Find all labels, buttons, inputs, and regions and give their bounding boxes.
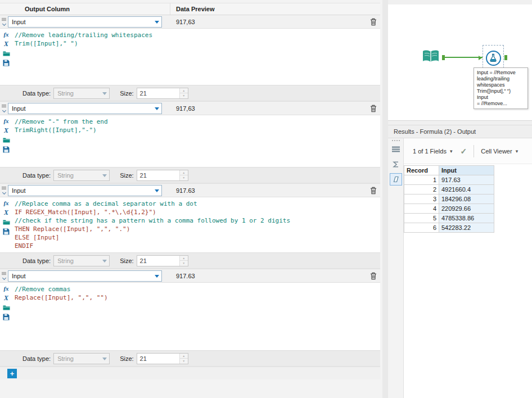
size-spinner[interactable]: ▲▼ [179,354,188,364]
output-column-dropdown[interactable]: Input [8,270,162,282]
apply-check-icon[interactable]: ✓ [460,147,467,156]
collapse-chevron-icon[interactable] [2,22,6,26]
expression-editor[interactable]: //Replace comma as a decimal separator w… [11,197,380,252]
delete-expression-button[interactable] [367,18,380,26]
input-cell[interactable]: 4921660.4 [439,185,494,195]
spinner-up-icon[interactable]: ▲ [180,256,188,261]
columns-icon[interactable]: X [2,294,10,302]
save-expression-icon[interactable] [2,59,10,67]
data-preview-header-label: Data Preview [170,6,380,12]
data-type-label: Data type: [22,90,51,97]
functions-icon[interactable]: fx [2,117,10,125]
size-input[interactable]: 21▲▼ [137,353,188,364]
panel-splitter[interactable] [382,0,388,398]
size-input[interactable]: 21▲▼ [137,88,188,99]
table-row: 1917.63 [404,175,494,185]
table-row: 24921660.4 [404,185,494,195]
spinner-up-icon[interactable]: ▲ [180,88,188,93]
output-anchor-icon[interactable] [504,55,507,60]
record-cell[interactable]: 1 [404,175,439,185]
collapse-chevron-icon[interactable] [2,191,6,195]
saved-expressions-icon[interactable] [2,218,10,226]
output-column-dropdown[interactable]: Input [8,103,162,114]
collapse-chevron-icon[interactable] [2,276,6,280]
results-panel: 1 of 1 Fields ▾ ✓ Cell Viewer ▾ RecordIn… [388,138,532,398]
data-type-label: Data type: [22,355,51,362]
expression-editor[interactable]: //Remove commasReplace([Input], ",", "") [11,283,380,350]
output-anchor-icon[interactable] [442,55,445,60]
save-expression-icon[interactable] [2,228,10,236]
columns-icon[interactable]: X [2,126,10,134]
spinner-down-icon[interactable]: ▼ [180,260,188,266]
text-input-tool[interactable] [422,49,441,65]
add-expression-button[interactable]: + [7,369,17,378]
block-left-strip [0,102,8,115]
tooltip-line: Input = //Remove [477,70,525,76]
expression-editor[interactable]: //Remove leading/trailing whitespacesTri… [11,29,380,85]
formula-expression-block: Input917.63fxX//Replace comma as a decim… [0,184,380,269]
data-type-dropdown[interactable]: String [53,88,110,99]
save-expression-icon[interactable] [2,146,10,153]
delete-expression-button[interactable] [367,105,380,112]
input-cell[interactable]: 220929.66 [439,204,494,214]
formula-expression-block: Input917.63fxX//Remove commasReplace([In… [0,269,380,367]
table-view-icon[interactable] [390,144,402,155]
expression-header-row: Input917.63 [0,269,380,283]
size-spinner[interactable]: ▲▼ [179,256,188,266]
cell-viewer-dropdown[interactable]: Cell Viewer ▾ [481,148,518,155]
columns-icon[interactable]: X [2,209,10,216]
input-cell[interactable]: 4785338.86 [439,214,494,223]
functions-icon[interactable]: fx [2,30,10,38]
saved-expressions-icon[interactable] [2,136,10,144]
drag-grip-icon[interactable] [2,105,6,107]
results-icon-strip [388,138,404,398]
expression-icon-strip: fxX [0,283,11,350]
output-column-dropdown[interactable]: Input [8,185,162,196]
record-cell[interactable]: 4 [404,204,439,214]
workflow-canvas[interactable]: Input = //Removeleading/trailingwhitespa… [388,4,532,121]
record-cell[interactable]: 6 [404,223,439,233]
fields-dropdown[interactable]: 1 of 1 Fields ▾ [413,148,452,155]
spinner-down-icon[interactable]: ▼ [180,358,188,364]
record-cell[interactable]: 2 [404,185,439,195]
data-type-label: Data type: [22,172,51,179]
column-header-input[interactable]: Input [439,166,494,175]
data-type-dropdown[interactable]: String [53,255,110,266]
spinner-down-icon[interactable]: ▼ [180,175,188,180]
spinner-up-icon[interactable]: ▲ [180,170,188,175]
input-anchor-icon[interactable] [479,56,482,60]
record-cell[interactable]: 5 [404,214,439,223]
alteryx-designer-screen: Output Column Data Preview Input917,63fx… [0,0,532,398]
output-column-dropdown[interactable]: Input [8,16,162,28]
panel-grip-icon[interactable] [392,140,400,141]
size-spinner[interactable]: ▲▼ [179,170,188,180]
input-cell[interactable]: 184296.08 [439,195,494,204]
delete-expression-button[interactable] [367,187,380,195]
saved-expressions-icon[interactable] [2,304,10,311]
data-type-dropdown[interactable]: String [53,170,110,181]
size-input[interactable]: 21▲▼ [137,255,188,266]
collapse-chevron-icon[interactable] [2,108,6,112]
spinner-down-icon[interactable]: ▼ [180,93,188,98]
delete-expression-button[interactable] [367,272,380,280]
input-cell[interactable]: 542283.22 [439,223,494,233]
drag-grip-icon[interactable] [2,272,6,275]
spinner-up-icon[interactable]: ▲ [180,354,188,359]
data-type-dropdown[interactable]: String [53,353,110,364]
record-cell[interactable]: 3 [404,195,439,204]
columns-icon[interactable]: X [2,40,10,48]
output-anchor-button[interactable] [390,173,402,186]
functions-icon[interactable]: fx [2,199,10,207]
expression-editor[interactable]: //Remove "-" from the endTrimRight([Inpu… [11,115,380,167]
drag-grip-icon[interactable] [2,18,6,21]
size-spinner[interactable]: ▲▼ [179,88,188,98]
size-input[interactable]: 21▲▼ [137,170,188,181]
saved-expressions-icon[interactable] [2,49,10,57]
column-header-record[interactable]: Record [404,166,439,175]
drag-grip-icon[interactable] [2,187,6,189]
expression-area: fxX//Remove "-" from the endTrimRight([I… [0,115,380,167]
input-cell[interactable]: 917.63 [439,175,494,185]
metadata-view-icon[interactable] [390,159,402,170]
functions-icon[interactable]: fx [2,284,10,292]
save-expression-icon[interactable] [2,313,10,321]
